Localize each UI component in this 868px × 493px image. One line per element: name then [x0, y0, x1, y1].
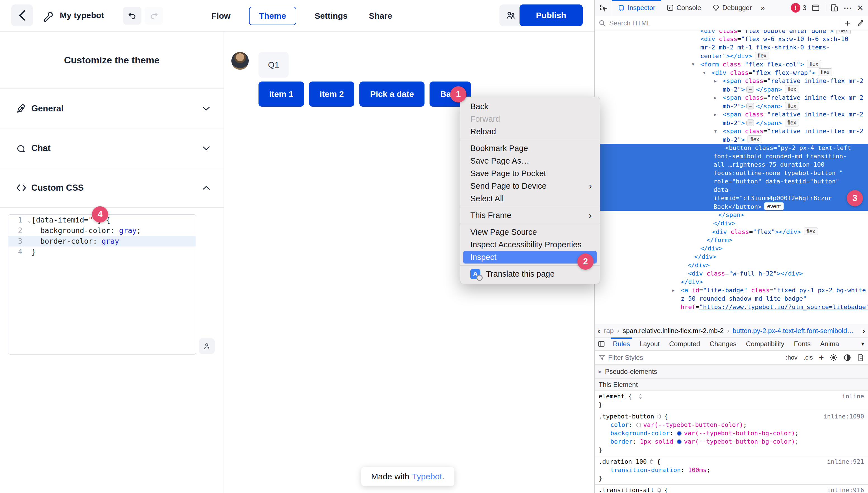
tree-node[interactable]: z-50 rounded shadow-md lite-badge"	[595, 295, 868, 303]
tree-node[interactable]: </span>	[595, 211, 868, 219]
tree-node[interactable]: <div class="flex"></div>flex	[595, 228, 868, 236]
add-rule-icon[interactable]: +	[819, 353, 824, 362]
typebot-name[interactable]: My typebot	[60, 10, 104, 20]
choice-button[interactable]: item 2	[309, 82, 355, 107]
close-devtools-icon[interactable]: ✕	[857, 3, 864, 13]
class-toggle[interactable]: .cls	[804, 354, 813, 361]
tree-node[interactable]: </div>	[595, 244, 868, 253]
breadcrumb-item[interactable]: span.relative.inline-flex.mr-2.mb-2	[623, 327, 724, 335]
editor-line[interactable]: 4}	[8, 246, 196, 257]
dark-theme-icon[interactable]	[843, 354, 851, 362]
panel-tab-computed[interactable]: Computed	[664, 338, 705, 350]
css-declaration[interactable]: color: var(--typebot-button-color);	[595, 421, 868, 429]
breadcrumb-item[interactable]: button.py-2.px-4.text-left.font-semibold…	[732, 327, 854, 335]
css-declaration[interactable]: background-color: var(--typebot-button-b…	[595, 429, 868, 437]
menu-item-inspect-accessibility-properties[interactable]: Inspect Accessibility Properties	[460, 238, 600, 251]
more-tabs-button[interactable]: »	[757, 4, 768, 12]
devtools-tab-inspector[interactable]: Inspector	[612, 0, 661, 16]
menu-item-translate-this-page[interactable]: ATranslate this page	[460, 268, 600, 280]
choice-button[interactable]: Pick a date	[359, 82, 424, 107]
css-declaration[interactable]: transition-duration: 100ms;	[595, 466, 868, 474]
breadcrumb-forward-icon[interactable]: ›	[863, 326, 865, 336]
tree-node[interactable]: ▶<span class="relative inline-flex mr-2	[595, 110, 868, 119]
tree-node[interactable]: ▶<a id="lite-badge" class="fixed py-1 px…	[595, 286, 868, 295]
tree-node[interactable]: Back</button>event	[595, 202, 868, 211]
tree-node[interactable]: mb-2">flex	[595, 135, 868, 144]
redo-button[interactable]	[145, 7, 163, 25]
inline-expander[interactable]: ⋯	[746, 120, 754, 126]
rule-selector[interactable]: element {	[595, 392, 868, 401]
menu-item-save-page-to-pocket[interactable]: Save Page to Pocket	[460, 167, 600, 180]
filter-styles-bar[interactable]: Filter Styles :hov .cls +	[595, 351, 868, 365]
undo-button[interactable]	[123, 7, 141, 25]
rule-location[interactable]: inline:921	[827, 457, 864, 466]
tree-node[interactable]: data-	[595, 186, 868, 194]
tree-node[interactable]: </div>	[595, 253, 868, 261]
flex-badge[interactable]: flex	[755, 52, 769, 60]
editor-line[interactable]: 3 border-color: gray	[8, 236, 196, 246]
menu-item-select-all[interactable]: Select All	[460, 192, 600, 205]
light-theme-icon[interactable]	[830, 354, 837, 361]
tab-share[interactable]: Share	[366, 7, 395, 25]
flex-badge[interactable]: flex	[804, 228, 818, 235]
collapse-icon[interactable]: ▼	[714, 127, 716, 135]
tab-flow[interactable]: Flow	[209, 7, 233, 25]
tree-node[interactable]: mb-2">⋯</span>flex	[595, 119, 868, 127]
tree-node[interactable]: font-semibold rounded-md transition-	[595, 152, 868, 160]
tree-node[interactable]: ▶<span class="relative inline-flex mr-2	[595, 77, 868, 85]
tree-node[interactable]: ▼<div class="flex flex-wrap">flex	[595, 68, 868, 77]
choice-button[interactable]: item 1	[259, 82, 304, 107]
panel-tab-fonts[interactable]: Fonts	[789, 338, 815, 350]
tree-node[interactable]: href="https://www.typebot.io/?utm_source…	[595, 303, 868, 311]
collapse-icon[interactable]: ▼	[692, 60, 694, 68]
tree-node[interactable]: center"></div>flex	[595, 52, 868, 60]
tree-node[interactable]: mb-2">⋯</span>flex	[595, 102, 868, 110]
editor-line[interactable]: 2 background-color: gray;	[8, 225, 196, 236]
back-button[interactable]	[11, 4, 33, 26]
tree-node[interactable]: </div>	[595, 278, 868, 286]
menu-item-reload[interactable]: Reload	[460, 125, 600, 138]
rule-location[interactable]: inline:1090	[823, 412, 864, 421]
flex-badge[interactable]: flex	[785, 85, 799, 93]
print-media-icon[interactable]	[857, 354, 864, 362]
responsive-mode-icon[interactable]	[830, 4, 839, 12]
collapse-icon[interactable]: ▼	[703, 68, 705, 77]
menu-item-view-page-source[interactable]: View Page Source	[460, 226, 600, 238]
menu-item-back[interactable]: Back	[460, 100, 600, 113]
devtools-tab-console[interactable]: Console	[661, 0, 707, 16]
tab-theme[interactable]: Theme	[249, 7, 296, 25]
inline-expander[interactable]: ⋯	[746, 103, 754, 109]
flex-badge[interactable]: flex	[836, 30, 851, 34]
meatball-menu-icon[interactable]: ⋯	[844, 3, 852, 13]
flex-badge[interactable]: flex	[748, 135, 762, 143]
pseudo-elements-section[interactable]: ▶ Pseudo-elements	[595, 365, 868, 379]
error-badge-icon[interactable]: !	[791, 3, 800, 13]
flex-badge[interactable]: flex	[785, 119, 799, 126]
tree-node[interactable]: </form>	[595, 236, 868, 244]
tree-node[interactable]: mb-2">⋯</span>flex	[595, 85, 868, 93]
expand-icon[interactable]: ▶	[714, 110, 716, 119]
tree-node[interactable]: <div class="flex bubble enter done">flex	[595, 30, 868, 35]
typebot-link[interactable]: Typebot	[412, 472, 442, 481]
rule-location[interactable]: inline	[842, 392, 864, 401]
tree-node[interactable]: role="button" data-testid="button"	[595, 177, 868, 186]
panel-tab-compatibility[interactable]: Compatibility	[741, 338, 789, 350]
section-chat[interactable]: Chat	[0, 128, 224, 168]
css-declaration[interactable]: border: 1px solid var(--typebot-button-b…	[595, 437, 868, 446]
panel-tab-rules[interactable]: Rules	[608, 338, 635, 350]
tree-node[interactable]: <div class="w-full h-32"></div>	[595, 270, 868, 278]
panel-tab-anima[interactable]: Anima	[815, 338, 844, 350]
tree-node[interactable]: itemid="cl3iunm4p000f2e6gfr8cznr	[595, 194, 868, 202]
section-general[interactable]: General	[0, 89, 224, 128]
panel-tabs-caret-icon[interactable]: ▼	[860, 341, 868, 347]
menu-item-send-page-to-device[interactable]: Send Page to Device›	[460, 180, 600, 192]
collaborators-button[interactable]	[499, 4, 522, 26]
inline-expander[interactable]: ⋯	[746, 86, 754, 93]
expand-icon[interactable]: ▶	[714, 93, 716, 102]
publish-button[interactable]: Publish	[520, 4, 583, 26]
tree-node[interactable]: ▼<span class="relative inline-flex mr-2	[595, 127, 868, 135]
menu-item-save-page-as-[interactable]: Save Page As…	[460, 155, 600, 167]
panel-tab-layout[interactable]: Layout	[635, 338, 664, 350]
expand-icon[interactable]: ▶	[672, 286, 674, 295]
section-custom-css[interactable]: Custom CSS	[0, 168, 224, 208]
